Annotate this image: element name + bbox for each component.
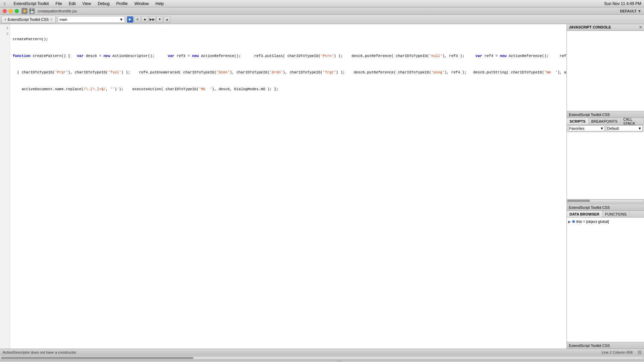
tab-callstack[interactable]: CALL STACK (621, 118, 644, 124)
js-console-content[interactable] (567, 31, 644, 111)
menu-file[interactable]: File (54, 1, 63, 6)
error-message: ActionDescriptor does not have a constru… (3, 350, 596, 354)
menu-edit[interactable]: Edit (67, 1, 77, 6)
data-browser-content[interactable]: ▶ this = [object global] (567, 218, 644, 342)
tab-breakpoints[interactable]: BREAKPOINTS (589, 118, 621, 124)
menu-bar-left:  ExtendScript Toolkit File Edit View De… (3, 1, 165, 6)
zoom-controls: − + ✕ (216, 361, 429, 362)
app-icon[interactable]: ⚡ (21, 8, 28, 14)
menu-bar-time: Sun Nov 11 4:49 PM (604, 1, 641, 6)
js-console-header: JAVASCRIPT CONSOLE ✕ (567, 24, 644, 31)
expand-arrow-icon[interactable]: ▶ (568, 220, 571, 224)
step-out-button[interactable]: ▲ (164, 16, 170, 23)
title-bar: ⚡ 💾 createpatternfromfile.jsx DEFAULT ▼ (0, 7, 644, 15)
js-console-close-icon[interactable]: ✕ (639, 25, 642, 29)
editor-tab[interactable]: ● ExtendScript Toolkit CSS ✕ (1, 16, 56, 23)
favorites-select[interactable]: Favorites ▼ (568, 125, 605, 131)
data-browser-section: DATA BROWSER FUNCTIONS ▶ this = [object … (567, 211, 644, 349)
favorites-label: Favorites (569, 126, 584, 130)
stop-button[interactable]: ■ (142, 16, 148, 23)
default-dropdown-icon: ▼ (638, 126, 642, 130)
favorites-dropdown-icon: ▼ (600, 126, 604, 130)
bottom-bar: 1 of 21 selected, 441.85 GB available − … (0, 360, 644, 362)
js-console-section: JAVASCRIPT CONSOLE ✕ ExtendScript Toolki… (567, 24, 644, 118)
editor-tab-label: ExtendScript Toolkit CSS (8, 17, 49, 21)
step-into-button[interactable]: ▼ (156, 16, 163, 23)
scripts-tabs: SCRIPTS BREAKPOINTS CALL STACK (567, 118, 644, 125)
target-selector[interactable]: main ▼ (58, 16, 125, 23)
menu-debug[interactable]: Debug (96, 1, 111, 6)
js-console-footer-label: ExtendScript Toolkit CSS (569, 113, 610, 117)
data-item-global[interactable]: ▶ this = [object global] (568, 219, 643, 224)
horizontal-scrollbar[interactable] (0, 355, 644, 360)
scrollbar-track[interactable] (1, 357, 643, 359)
scripts-scrollbar[interactable] (567, 199, 644, 204)
title-bar-icons: ⚡ 💾 (21, 8, 35, 14)
scripts-scrollbar-thumb[interactable] (567, 200, 590, 202)
scrollbar-thumb[interactable] (1, 357, 194, 359)
scripts-footer: ExtendScript Toolkit CSS (567, 204, 644, 210)
tab-data-browser[interactable]: DATA BROWSER (567, 211, 602, 217)
data-dot-icon (572, 220, 575, 223)
tab-close-icon[interactable]: ✕ (50, 17, 53, 21)
tab-scripts[interactable]: SCRIPTS (567, 118, 589, 124)
scripts-scrollbar-track[interactable] (567, 199, 644, 202)
apple-menu[interactable]:  (3, 1, 7, 6)
tab-dirty-icon: ● (4, 17, 6, 21)
menu-view[interactable]: View (81, 1, 93, 6)
scripts-section: SCRIPTS BREAKPOINTS CALL STACK Favorites… (567, 118, 644, 211)
pause-button[interactable]: ⏸ (134, 16, 141, 23)
run-controls: ▶ ⏸ ■ ▶▶ ▼ ▲ (127, 16, 170, 23)
line-col-status: Line 2 Column 658 (602, 350, 633, 354)
data-browser-footer: ExtendScript Toolkit CSS (567, 342, 644, 349)
tab-functions[interactable]: FUNCTIONS (602, 211, 630, 217)
toolbar: ● ExtendScript Toolkit CSS ✕ main ▼ ▶ ⏸ … (0, 15, 644, 24)
menu-window[interactable]: Window (133, 1, 150, 6)
step-over-button[interactable]: ▶▶ (149, 16, 156, 23)
editor-content: 1 2 createPattern(); function createPatt… (0, 24, 567, 349)
status-bar: ActionDescriptor does not have a constru… (0, 349, 644, 355)
scripts-footer-label: ExtendScript Toolkit CSS (569, 205, 610, 209)
menu-profile[interactable]: Profile (115, 1, 129, 6)
status-indicator (638, 351, 641, 354)
minimize-button[interactable] (9, 9, 13, 13)
data-footer-label: ExtendScript Toolkit CSS (569, 344, 610, 348)
menu-help[interactable]: Help (154, 1, 165, 6)
main-area: 1 2 createPattern(); function createPatt… (0, 24, 644, 349)
run-button[interactable]: ▶ (127, 16, 133, 23)
right-panel: JAVASCRIPT CONSOLE ✕ ExtendScript Toolki… (567, 24, 644, 349)
editor-pane: 1 2 createPattern(); function createPatt… (0, 24, 567, 349)
target-label: main (59, 17, 67, 21)
data-browser-tabs: DATA BROWSER FUNCTIONS (567, 211, 644, 218)
default-label: Default (607, 126, 619, 130)
panel-close-button[interactable]: ✕ (337, 361, 342, 362)
scripts-selectors: Favorites ▼ Default ▼ (567, 125, 644, 132)
close-button[interactable] (3, 9, 7, 13)
save-icon[interactable]: 💾 (29, 8, 35, 14)
scripts-list[interactable] (567, 132, 644, 199)
js-console-title: JAVASCRIPT CONSOLE (569, 25, 611, 29)
default-select[interactable]: Default ▼ (606, 125, 643, 131)
line-numbers: 1 2 (0, 24, 10, 349)
traffic-lights (3, 9, 19, 13)
menu-bar-right: Sun Nov 11 4:49 PM (604, 0, 641, 7)
default-badge[interactable]: DEFAULT ▼ (620, 9, 641, 13)
menu-extendscript[interactable]: ExtendScript Toolkit (12, 1, 50, 6)
data-item-label: this = [object global] (576, 220, 609, 224)
js-console-footer: ExtendScript Toolkit CSS (567, 111, 644, 118)
code-editor[interactable]: createPattern(); function createPattern(… (10, 24, 567, 349)
menu-bar:  ExtendScript Toolkit File Edit View De… (0, 0, 644, 7)
target-dropdown-icon: ▼ (119, 17, 123, 21)
file-title: createpatternfromfile.jsx (38, 9, 620, 13)
maximize-button[interactable] (15, 9, 19, 13)
